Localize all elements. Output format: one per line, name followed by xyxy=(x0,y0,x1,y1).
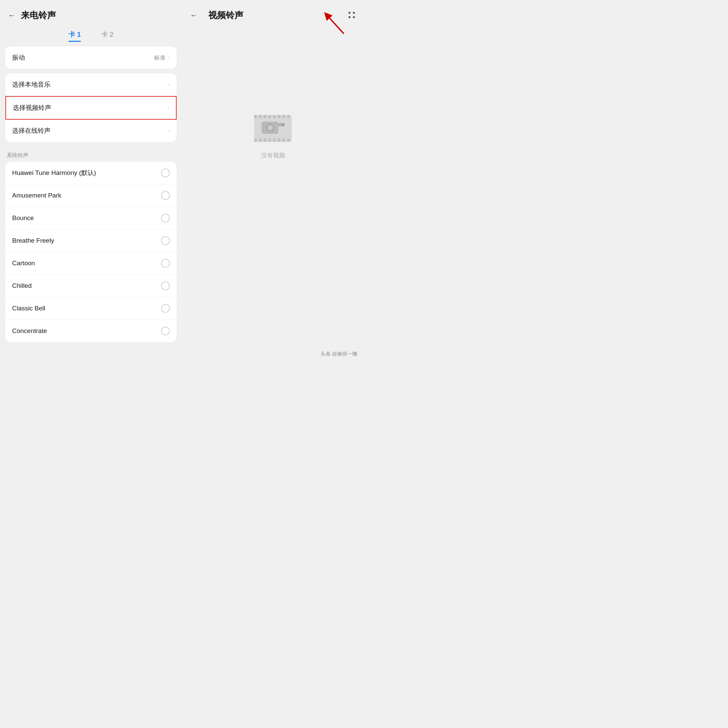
list-item[interactable]: Chilled xyxy=(5,275,177,297)
list-item[interactable]: Amusement Park xyxy=(5,184,177,207)
right-header-left: ← 视频铃声 xyxy=(190,9,243,21)
dot xyxy=(353,12,355,14)
system-ringtone-label: 系统铃声 xyxy=(0,147,182,162)
red-arrow-annotation xyxy=(320,10,347,38)
right-back-button[interactable]: ← xyxy=(190,11,197,20)
svg-rect-14 xyxy=(268,139,271,142)
dot xyxy=(349,16,350,18)
radio-button[interactable] xyxy=(161,191,170,200)
page-title: 来电铃声 xyxy=(21,9,56,21)
ringtone-name: Concentrate xyxy=(12,327,47,335)
svg-rect-18 xyxy=(287,139,290,142)
vibration-item[interactable]: 振动 标准 › xyxy=(5,46,177,69)
tab-card2[interactable]: 卡 2 xyxy=(101,30,113,42)
right-panel: ← 视频铃声 xyxy=(182,0,364,364)
ringtone-name: Amusement Park xyxy=(12,192,61,199)
tab-bar: 卡 1 卡 2 xyxy=(0,27,182,42)
radio-button[interactable] xyxy=(161,236,170,245)
radio-button[interactable] xyxy=(161,214,170,222)
empty-state: 没有视频 xyxy=(182,27,364,245)
list-item[interactable]: Bounce xyxy=(5,207,177,229)
select-online-ringtone[interactable]: 选择在线铃声 › xyxy=(5,120,177,142)
right-page-title: 视频铃声 xyxy=(208,9,243,21)
vibration-value-group: 标准 › xyxy=(154,54,170,62)
list-item[interactable]: Cartoon xyxy=(5,252,177,275)
ringtone-name: Bounce xyxy=(12,214,34,222)
chevron-icon: › xyxy=(168,81,170,88)
menu-card: 选择本地音乐 › 选择视频铃声 › 选择在线铃声 › xyxy=(5,73,177,142)
list-item[interactable]: Concentrate xyxy=(5,320,177,342)
list-item[interactable]: Classic Bell xyxy=(5,297,177,320)
svg-rect-12 xyxy=(259,139,262,142)
radio-button[interactable] xyxy=(161,281,170,290)
list-item[interactable]: Huawei Tune Harmony (默认) xyxy=(5,162,177,184)
svg-rect-7 xyxy=(273,115,276,118)
radio-button[interactable] xyxy=(161,327,170,335)
svg-rect-10 xyxy=(287,115,290,118)
svg-rect-9 xyxy=(283,115,285,118)
vibration-label: 振动 xyxy=(12,53,25,62)
select-video-ringtone[interactable]: 选择视频铃声 › xyxy=(5,96,177,120)
svg-line-1 xyxy=(327,15,344,34)
left-panel: ← 来电铃声 卡 1 卡 2 振动 标准 › 选择本地音乐 › 选择视频铃声 ›… xyxy=(0,0,182,364)
svg-rect-4 xyxy=(259,115,262,118)
svg-rect-16 xyxy=(278,139,280,142)
dot xyxy=(353,16,355,18)
chevron-icon: › xyxy=(168,128,170,134)
svg-rect-11 xyxy=(254,139,257,142)
ringtone-name: Chilled xyxy=(12,282,32,289)
ringtone-list: Huawei Tune Harmony (默认) Amusement Park … xyxy=(5,162,177,342)
chevron-icon: › xyxy=(168,55,170,61)
svg-rect-15 xyxy=(273,139,276,142)
list-item[interactable]: Breathe Freely xyxy=(5,229,177,252)
ringtone-name: Cartoon xyxy=(12,260,35,267)
back-button[interactable]: ← xyxy=(8,11,15,20)
svg-rect-8 xyxy=(278,115,280,118)
svg-rect-3 xyxy=(254,115,257,118)
vibration-card: 振动 标准 › xyxy=(5,46,177,69)
vibration-value: 标准 xyxy=(154,54,165,62)
radio-button[interactable] xyxy=(161,304,170,313)
select-video-ringtone-label: 选择视频铃声 xyxy=(13,104,51,112)
radio-button[interactable] xyxy=(161,259,170,268)
svg-rect-13 xyxy=(263,139,266,142)
more-options-button[interactable] xyxy=(349,12,356,19)
ringtone-name: Huawei Tune Harmony (默认) xyxy=(12,168,96,177)
ringtone-name: Breathe Freely xyxy=(12,237,54,244)
select-local-music[interactable]: 选择本地音乐 › xyxy=(5,73,177,96)
empty-text: 没有视频 xyxy=(261,151,285,159)
radio-button[interactable] xyxy=(161,168,170,177)
svg-rect-6 xyxy=(268,115,271,118)
watermark: 头条 @难得一懒 xyxy=(321,351,357,357)
svg-rect-17 xyxy=(283,139,285,142)
ringtone-name: Classic Bell xyxy=(12,305,45,312)
left-header: ← 来电铃声 xyxy=(0,0,182,27)
tab-card1[interactable]: 卡 1 xyxy=(69,30,81,42)
video-camera-icon xyxy=(253,112,293,145)
select-local-music-label: 选择本地音乐 xyxy=(12,80,50,89)
svg-rect-5 xyxy=(263,115,266,118)
select-online-ringtone-label: 选择在线铃声 xyxy=(12,126,50,135)
chevron-icon: › xyxy=(168,105,169,111)
dot xyxy=(349,12,350,14)
